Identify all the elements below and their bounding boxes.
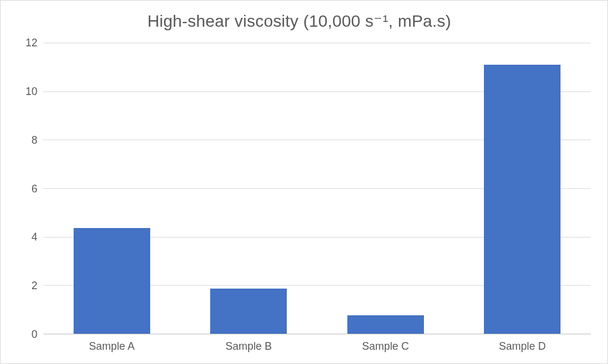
x-tick-label: Sample D (454, 334, 591, 353)
x-tick-label: Sample C (317, 334, 454, 353)
y-tick-label: 8 (31, 134, 37, 146)
bar-sample-a (74, 228, 150, 334)
y-axis: 12 10 8 6 4 2 0 (8, 43, 43, 334)
x-axis: Sample A Sample B Sample C Sample D (43, 334, 591, 353)
y-tick-label: 12 (26, 37, 37, 49)
plot-area (43, 43, 591, 334)
y-tick-label: 0 (31, 328, 37, 341)
x-axis-spacer (8, 334, 43, 353)
x-tick-label: Sample A (43, 334, 180, 353)
bar-sample-d (484, 65, 560, 334)
bar-slot (180, 43, 318, 334)
y-tick-label: 6 (31, 182, 37, 195)
bar-sample-c (347, 315, 424, 334)
bars-group (43, 43, 591, 334)
plot-wrap: 12 10 8 6 4 2 0 (8, 43, 591, 353)
x-tick-label: Sample B (180, 334, 318, 353)
plot-row: 12 10 8 6 4 2 0 (8, 43, 591, 334)
y-tick-label: 4 (31, 231, 37, 243)
chart-title-text: High-shear viscosity (10,000 s⁻¹, mPa.s) (147, 12, 451, 30)
bar-slot (317, 43, 454, 334)
bar-slot (43, 43, 180, 334)
y-tick-label: 10 (26, 85, 37, 97)
bar-sample-b (210, 289, 287, 334)
bar-slot (454, 43, 591, 334)
chart-title: High-shear viscosity (10,000 s⁻¹, mPa.s) (8, 11, 591, 31)
x-axis-row: Sample A Sample B Sample C Sample D (8, 334, 591, 353)
chart-container: High-shear viscosity (10,000 s⁻¹, mPa.s)… (0, 0, 608, 364)
y-tick-label: 2 (31, 280, 37, 292)
